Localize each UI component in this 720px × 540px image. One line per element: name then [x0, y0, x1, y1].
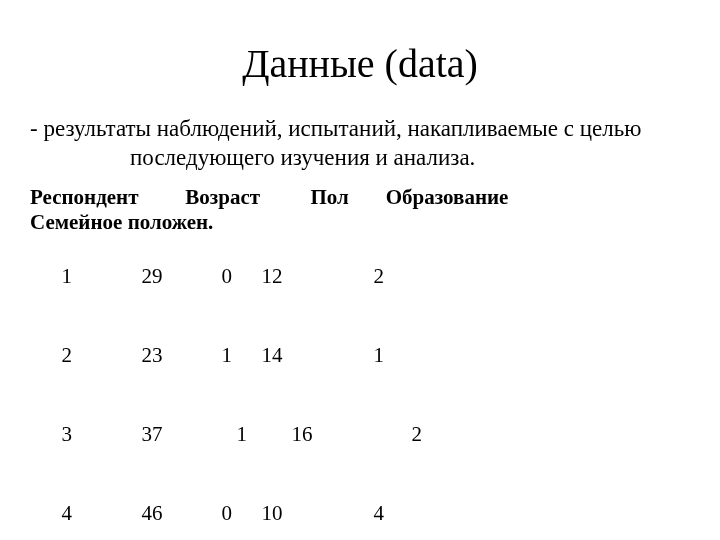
cell-education: 12 — [262, 264, 374, 289]
cell-family: 1 — [374, 343, 385, 368]
slide: Данные (data) - результаты наблюдений, и… — [0, 0, 720, 540]
data-table: Респондент Возраст Пол Образование Семей… — [30, 185, 690, 541]
cell-age: 23 — [142, 343, 222, 368]
col-header-sex: Пол — [311, 185, 381, 210]
table-header-row: Респондент Возраст Пол Образование Семей… — [30, 185, 690, 235]
cell-family: 4 — [374, 501, 385, 526]
page-title: Данные (data) — [30, 40, 690, 87]
cell-sex: 0 — [222, 501, 262, 526]
table-row: 2231141 — [30, 318, 690, 393]
cell-respondent: 3 — [62, 422, 142, 447]
cell-education: 10 — [262, 501, 374, 526]
table-row: 4460104 — [30, 476, 690, 541]
definition-line-2: последующего изучения и анализа. — [80, 145, 475, 170]
table-row: 1290122 — [30, 239, 690, 314]
cell-sex: 1 — [222, 343, 262, 368]
col-header-age: Возраст — [185, 185, 305, 210]
cell-respondent: 2 — [62, 343, 142, 368]
cell-sex: 0 — [222, 264, 262, 289]
cell-family: 2 — [412, 422, 423, 447]
col-header-education: Образование — [386, 185, 546, 210]
cell-age: 46 — [142, 501, 222, 526]
cell-education: 16 — [292, 422, 412, 447]
cell-age: 29 — [142, 264, 222, 289]
col-header-family: Семейное положен. — [30, 210, 213, 235]
cell-age: 37 — [142, 422, 222, 447]
cell-respondent: 4 — [62, 501, 142, 526]
cell-education: 14 — [262, 343, 374, 368]
cell-sex: 1 — [222, 422, 292, 447]
definition-line-1: - результаты наблюдений, испытаний, нака… — [30, 116, 641, 141]
definition-text: - результаты наблюдений, испытаний, нака… — [30, 115, 690, 173]
cell-family: 2 — [374, 264, 385, 289]
col-header-respondent: Респондент — [30, 185, 180, 210]
table-row: 3371162 — [30, 397, 690, 472]
cell-respondent: 1 — [62, 264, 142, 289]
